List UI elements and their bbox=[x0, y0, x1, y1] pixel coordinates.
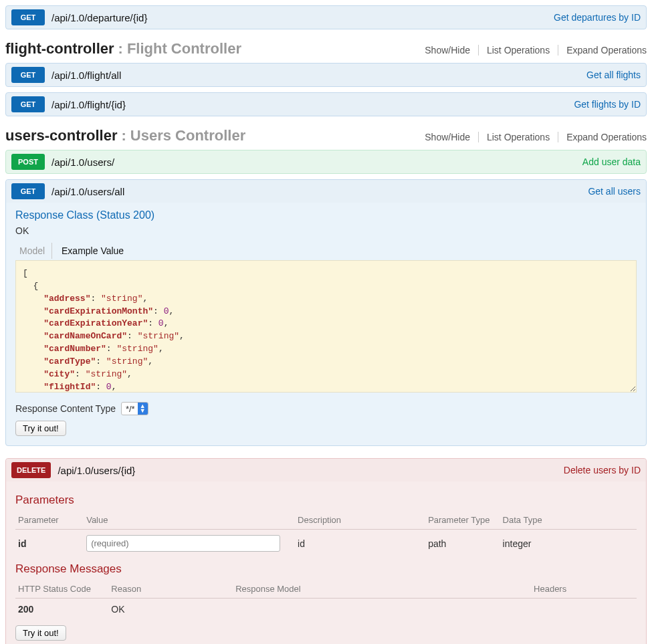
show-hide-link[interactable]: Show/Hide bbox=[417, 45, 479, 56]
operation-departure-get-by-id[interactable]: GET /api/1.0/departure/{id} Get departur… bbox=[5, 5, 647, 29]
response-content-type-select[interactable]: */* ▲▼ bbox=[121, 402, 148, 415]
endpoint-path[interactable]: /api/1.0/users/ bbox=[51, 156, 114, 168]
th-headers: Headers bbox=[531, 580, 637, 599]
th-description: Description bbox=[295, 511, 425, 530]
param-data-type: integer bbox=[500, 530, 637, 558]
param-description: id bbox=[295, 530, 425, 558]
th-status-code: HTTP Status Code bbox=[15, 580, 108, 599]
response-tabs: Model Example Value bbox=[15, 243, 637, 259]
endpoint-desc[interactable]: Get flights by ID bbox=[574, 99, 641, 110]
operation-users-all-header[interactable]: GET /api/1.0/users/all Get all users bbox=[6, 180, 646, 203]
parameters-title: Parameters bbox=[15, 494, 637, 507]
method-badge: POST bbox=[11, 154, 45, 170]
th-response-model: Response Model bbox=[233, 580, 531, 599]
response-messages-table: HTTP Status Code Reason Response Model H… bbox=[15, 580, 637, 620]
controller-header-users: users-controller : Users Controller Show… bbox=[5, 127, 647, 144]
try-it-out-button[interactable]: Try it out! bbox=[15, 625, 66, 641]
controller-name[interactable]: flight-controller bbox=[5, 40, 114, 58]
method-badge: GET bbox=[11, 183, 45, 199]
select-value: */* bbox=[122, 403, 138, 415]
tab-example-value[interactable]: Example Value bbox=[58, 243, 128, 259]
resp-code: 200 bbox=[15, 599, 108, 621]
response-content-type-label: Response Content Type bbox=[15, 403, 116, 414]
expand-operations-link[interactable]: Expand Operations bbox=[558, 45, 647, 56]
try-it-out-button[interactable]: Try it out! bbox=[15, 421, 66, 436]
chevron-updown-icon: ▲▼ bbox=[138, 403, 148, 415]
method-badge: GET bbox=[11, 96, 45, 112]
response-class-title: Response Class (Status 200) bbox=[15, 209, 637, 221]
response-ok: OK bbox=[15, 225, 637, 236]
endpoint-path[interactable]: /api/1.0/departure/{id} bbox=[51, 12, 147, 23]
colon: : bbox=[122, 127, 126, 144]
list-operations-link[interactable]: List Operations bbox=[479, 45, 558, 56]
operation-flight-all[interactable]: GET /api/1.0/flight/all Get all flights bbox=[5, 63, 647, 87]
controller-desc: Users Controller bbox=[130, 127, 245, 144]
response-messages-title: Response Messages bbox=[15, 562, 637, 576]
operation-users-delete-expanded: DELETE /api/1.0/users/{id} Delete users … bbox=[5, 458, 647, 644]
endpoint-path[interactable]: /api/1.0/users/{id} bbox=[58, 465, 135, 476]
endpoint-desc[interactable]: Add user data bbox=[582, 156, 641, 167]
example-json-block[interactable]: [ { "address": "string", "cardExpiration… bbox=[15, 260, 637, 393]
endpoint-desc[interactable]: Delete users by ID bbox=[564, 465, 641, 475]
controller-ops: Show/Hide List Operations Expand Operati… bbox=[417, 45, 647, 56]
endpoint-desc[interactable]: Get all users bbox=[588, 186, 641, 197]
parameters-table: Parameter Value Description Parameter Ty… bbox=[15, 511, 637, 557]
operation-flight-by-id[interactable]: GET /api/1.0/flight/{id} Get flights by … bbox=[5, 92, 647, 116]
controller-name[interactable]: users-controller bbox=[5, 127, 118, 144]
operation-users-delete-header[interactable]: DELETE /api/1.0/users/{id} Delete users … bbox=[6, 459, 646, 481]
method-badge: GET bbox=[11, 9, 45, 25]
tab-model[interactable]: Model bbox=[15, 243, 52, 259]
show-hide-link[interactable]: Show/Hide bbox=[417, 132, 479, 142]
endpoint-path[interactable]: /api/1.0/flight/{id} bbox=[51, 99, 126, 110]
th-data-type: Data Type bbox=[500, 511, 637, 530]
method-badge: DELETE bbox=[11, 462, 51, 478]
param-value-input[interactable] bbox=[86, 535, 280, 552]
param-name: id bbox=[15, 530, 84, 558]
param-type: path bbox=[425, 530, 500, 558]
expand-operations-link[interactable]: Expand Operations bbox=[558, 132, 647, 142]
endpoint-desc[interactable]: Get departures by ID bbox=[554, 12, 641, 23]
operation-users-all-expanded: GET /api/1.0/users/all Get all users Res… bbox=[5, 179, 647, 446]
endpoint-path[interactable]: /api/1.0/users/all bbox=[51, 186, 124, 197]
table-row: 200 OK bbox=[15, 599, 637, 621]
th-param-type: Parameter Type bbox=[425, 511, 500, 530]
endpoint-desc[interactable]: Get all flights bbox=[586, 70, 641, 80]
resp-reason: OK bbox=[108, 599, 233, 621]
list-operations-link[interactable]: List Operations bbox=[479, 132, 558, 142]
colon: : bbox=[118, 40, 123, 58]
method-badge: GET bbox=[11, 67, 45, 83]
th-value: Value bbox=[84, 511, 295, 530]
operation-users-add[interactable]: POST /api/1.0/users/ Add user data bbox=[5, 150, 647, 174]
th-reason: Reason bbox=[108, 580, 233, 599]
endpoint-path[interactable]: /api/1.0/flight/all bbox=[51, 70, 121, 81]
controller-desc: Flight Controller bbox=[127, 40, 241, 58]
table-row: id id path integer bbox=[15, 530, 637, 558]
th-parameter: Parameter bbox=[15, 511, 84, 530]
controller-ops: Show/Hide List Operations Expand Operati… bbox=[417, 132, 647, 142]
controller-header-flight: flight-controller : Flight Controller Sh… bbox=[5, 40, 647, 58]
